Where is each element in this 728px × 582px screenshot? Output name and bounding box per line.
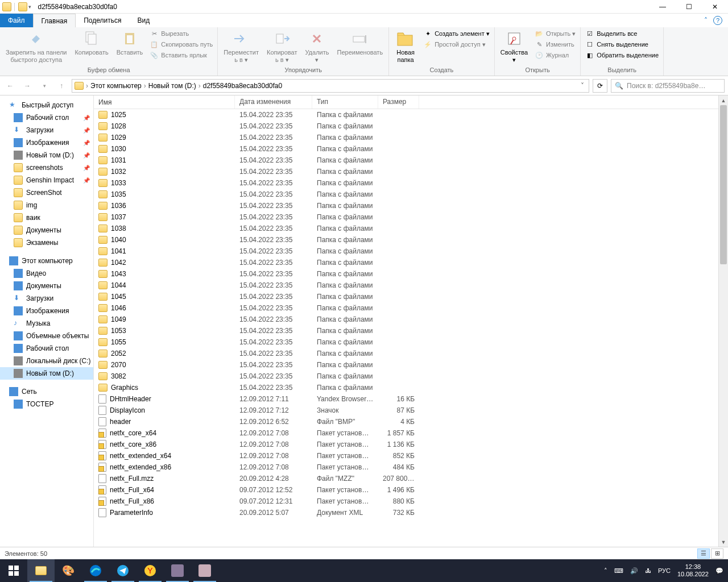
file-row[interactable]: 103615.04.2022 23:35Папка с файлами xyxy=(94,200,718,211)
file-row[interactable]: 102915.04.2022 23:35Папка с файлами xyxy=(94,132,718,143)
file-row[interactable]: 104515.04.2022 23:35Папка с файлами xyxy=(94,291,718,302)
maximize-button[interactable]: ☐ xyxy=(676,0,702,14)
sidebar-item-screenshots[interactable]: screenshots📌 xyxy=(0,161,93,174)
taskbar-edge[interactable] xyxy=(82,559,109,582)
file-row[interactable]: header12.09.2012 6:52Файл "BMP"4 КБ xyxy=(94,416,718,427)
file-row[interactable]: 102815.04.2022 23:35Папка с файлами xyxy=(94,120,718,132)
file-row[interactable]: DisplayIcon12.09.2012 7:12Значок87 КБ xyxy=(94,405,718,416)
copy-to-button[interactable]: Копироват ь в ▾ xyxy=(264,28,300,64)
sidebar-item-exams[interactable]: Экзамены xyxy=(0,236,93,249)
file-row[interactable]: 103315.04.2022 23:35Папка с файлами xyxy=(94,177,718,189)
file-row[interactable]: 104415.04.2022 23:35Папка с файлами xyxy=(94,280,718,291)
tab-file[interactable]: Файл xyxy=(0,14,33,27)
sidebar-item-desktop2[interactable]: Рабочий стол xyxy=(0,342,93,355)
sidebar-item-network[interactable]: Сеть xyxy=(0,385,93,398)
file-row[interactable]: netfx_Full_x6409.07.2012 12:52Пакет уста… xyxy=(94,484,718,496)
file-row[interactable]: netfx_Full.mzz20.09.2012 4:28Файл "MZZ"2… xyxy=(94,473,718,484)
file-row[interactable]: 103115.04.2022 23:35Папка с файлами xyxy=(94,155,718,166)
tray-language[interactable]: РУС xyxy=(658,567,671,574)
file-row[interactable]: 103015.04.2022 23:35Папка с файлами xyxy=(94,143,718,155)
file-row[interactable]: Graphics15.04.2022 23:35Папка с файлами xyxy=(94,382,718,393)
file-row[interactable]: netfx_core_x6412.09.2012 7:08Пакет устан… xyxy=(94,427,718,439)
sidebar-item-genshin[interactable]: Genshin Impact📌 xyxy=(0,174,93,186)
thumbnails-view-button[interactable]: ⊞ xyxy=(711,548,723,559)
file-row[interactable]: 104115.04.2022 23:35Папка с файлами xyxy=(94,246,718,257)
tab-home[interactable]: Главная xyxy=(33,14,76,27)
breadcrumb[interactable]: › Этот компьютер › Новый том (D:) › d2f5… xyxy=(72,79,589,93)
taskbar-telegram[interactable] xyxy=(109,559,136,582)
sidebar-item-downloads[interactable]: ⬇Загрузки📌 xyxy=(0,124,93,136)
file-row[interactable]: 207015.04.2022 23:35Папка с файлами xyxy=(94,359,718,371)
new-item-button[interactable]: ✦Создать элемент ▾ xyxy=(422,28,491,39)
file-row[interactable]: 104915.04.2022 23:35Папка с файлами xyxy=(94,314,718,325)
start-button[interactable] xyxy=(0,559,27,582)
file-row[interactable]: 104015.04.2022 23:35Папка с файлами xyxy=(94,234,718,246)
open-button[interactable]: 📂Открыть ▾ xyxy=(533,28,577,39)
cut-button[interactable]: ✂Вырезать xyxy=(148,28,214,39)
file-row[interactable]: 103815.04.2022 23:35Папка с файлами xyxy=(94,223,718,234)
search-input[interactable]: 🔍 Поиск в: d2f55849ba8e… xyxy=(611,79,725,93)
history-button[interactable]: 🕑Журнал xyxy=(533,50,577,60)
file-row[interactable]: DHtmlHeader12.09.2012 7:11Yandex Browser… xyxy=(94,393,718,405)
tray-overflow-icon[interactable]: ˄ xyxy=(604,567,607,575)
pin-quick-access-button[interactable]: Закрепить на панели быстрого доступа xyxy=(3,28,69,64)
tray-clock[interactable]: 12:38 10.08.2022 xyxy=(677,563,709,578)
easy-access-button[interactable]: ⚡Простой доступ ▾ xyxy=(422,39,491,49)
file-row[interactable]: 104615.04.2022 23:35Папка с файлами xyxy=(94,302,718,314)
file-row[interactable]: 308215.04.2022 23:35Папка с файлами xyxy=(94,371,718,382)
column-type[interactable]: Тип xyxy=(312,95,378,109)
sidebar-item-pictures[interactable]: Изображения📌 xyxy=(0,136,93,149)
copy-button[interactable]: Копировать xyxy=(72,28,110,57)
edit-button[interactable]: ✎Изменить xyxy=(533,39,577,49)
tray-network-icon[interactable]: 🖧 xyxy=(645,567,651,574)
forward-button[interactable]: → xyxy=(20,79,34,93)
file-row[interactable]: 104315.04.2022 23:35Папка с файлами xyxy=(94,268,718,280)
file-row[interactable]: netfx_Full_x8609.07.2012 12:31Пакет уста… xyxy=(94,496,718,507)
sidebar-item-quick-access[interactable]: ★Быстрый доступ xyxy=(0,99,93,111)
paste-shortcut-button[interactable]: 📎Вставить ярлык xyxy=(148,50,214,60)
file-row[interactable]: netfx_core_x8612.09.2012 7:08Пакет устан… xyxy=(94,439,718,450)
qat-dropdown[interactable]: ▾ xyxy=(28,4,31,10)
close-button[interactable]: ✕ xyxy=(702,0,728,14)
new-folder-button[interactable]: Новая папка xyxy=(392,28,419,64)
delete-button[interactable]: Удалить ▾ xyxy=(303,28,331,64)
sidebar-item-local-c[interactable]: Локальный диск (C:) xyxy=(0,355,93,367)
sidebar-item-video[interactable]: Видео xyxy=(0,267,93,280)
move-to-button[interactable]: Переместит ь в ▾ xyxy=(221,28,261,64)
file-row[interactable]: 103715.04.2022 23:35Папка с файлами xyxy=(94,211,718,223)
up-button[interactable]: ↑ xyxy=(55,79,68,93)
scrollbar-thumb[interactable] xyxy=(720,105,727,264)
select-all-button[interactable]: ☑Выделить все xyxy=(584,28,660,39)
file-row[interactable]: 205215.04.2022 23:35Папка с файлами xyxy=(94,348,718,359)
taskbar-paint[interactable]: 🎨 xyxy=(55,559,82,582)
taskbar-app2[interactable] xyxy=(191,559,218,582)
sidebar-item-desktop[interactable]: Рабочий стол📌 xyxy=(0,111,93,124)
select-none-button[interactable]: ☐Снять выделение xyxy=(584,39,660,49)
file-row[interactable]: 103215.04.2022 23:35Папка с файлами xyxy=(94,166,718,177)
taskbar-explorer[interactable] xyxy=(27,559,55,582)
file-row[interactable]: 105315.04.2022 23:35Папка с файлами xyxy=(94,325,718,336)
file-row[interactable]: netfx_extended_x8612.09.2012 7:08Пакет у… xyxy=(94,462,718,473)
taskbar-yandex[interactable]: Y xyxy=(136,559,164,582)
scroll-down-icon[interactable]: ▼ xyxy=(719,537,728,547)
sidebar-item-3d[interactable]: Объемные объекты xyxy=(0,330,93,342)
taskbar-app1[interactable] xyxy=(164,559,191,582)
vertical-scrollbar[interactable]: ▲ ▼ xyxy=(718,95,728,547)
sidebar-item-this-pc[interactable]: Этот компьютер xyxy=(0,255,93,267)
sidebar-item-downloads2[interactable]: ⬇Загрузки xyxy=(0,292,93,305)
tray-volume-icon[interactable]: 🔊 xyxy=(630,567,638,575)
sidebar-item-vaik[interactable]: ваик xyxy=(0,211,93,224)
file-row[interactable]: 104215.04.2022 23:35Папка с файлами xyxy=(94,257,718,268)
collapse-ribbon-icon[interactable]: ˄ xyxy=(704,16,708,24)
chevron-right-icon[interactable]: › xyxy=(198,82,201,90)
column-date[interactable]: Дата изменения xyxy=(235,95,312,109)
refresh-button[interactable]: ⟳ xyxy=(593,79,607,93)
tray-notifications-icon[interactable]: 💬 xyxy=(715,567,723,575)
rename-button[interactable]: Переименовать xyxy=(334,28,385,57)
sidebar-item-documents[interactable]: Документы xyxy=(0,224,93,236)
invert-selection-button[interactable]: ◧Обратить выделение xyxy=(584,50,660,60)
crumb[interactable]: d2f55849ba8ecab30d0fa0 xyxy=(203,82,282,90)
tray-ime-icon[interactable]: ⌨ xyxy=(614,567,623,575)
help-icon[interactable]: ? xyxy=(713,16,722,25)
sidebar-item-documents2[interactable]: Документы xyxy=(0,280,93,292)
